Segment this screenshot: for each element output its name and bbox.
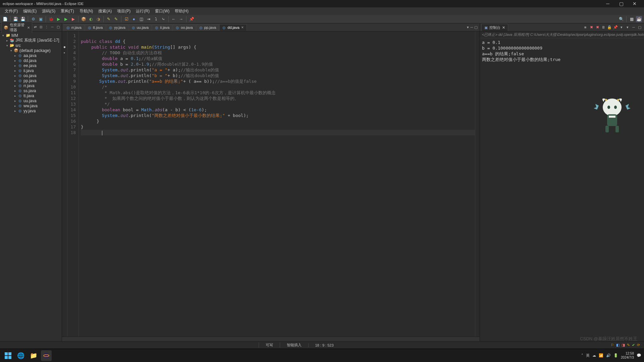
pin-icon[interactable]: 📌 (189, 16, 195, 22)
scroll-lock-icon[interactable]: 🔒 (607, 25, 612, 29)
tree-node[interactable]: ▾📂src (0, 43, 62, 48)
tree-node[interactable]: ▸◎tt.java (0, 93, 62, 98)
explorer-app[interactable]: 📁 (28, 350, 39, 361)
toggle-mark-icon[interactable]: ☑ (123, 16, 129, 22)
wifi-icon[interactable]: 📶 (599, 353, 603, 358)
save-icon[interactable]: 💾 (12, 16, 18, 22)
status-icon[interactable]: ◨ (622, 343, 625, 347)
step-into-icon[interactable]: ⤷ (160, 16, 166, 22)
java-perspective-icon[interactable]: ☕ (636, 16, 642, 22)
editor-menu-icon[interactable]: ▾ (467, 25, 469, 29)
editor-tab[interactable]: ◎rr.java (63, 24, 85, 31)
editor-tab[interactable]: ◎uu.java (129, 24, 152, 31)
ime-icon[interactable]: 英 (586, 353, 590, 358)
maximize-c-icon[interactable]: ▢ (637, 25, 642, 29)
clear-icon[interactable]: 🗎 (601, 25, 606, 29)
menu-item[interactable]: 运行(R) (133, 8, 152, 14)
step-over-icon[interactable]: ⤵ (153, 16, 159, 22)
minimize-c-icon[interactable]: ─ (631, 25, 636, 29)
terminate-icon[interactable]: ■ (583, 25, 588, 29)
minimize-button[interactable]: ─ (601, 1, 614, 6)
taskbar-clock[interactable]: 12:58 2024/7/3 (621, 352, 634, 360)
tree-node[interactable]: ▾📦(default package) (0, 48, 62, 53)
display-icon[interactable]: ▾ (619, 25, 624, 29)
battery-icon[interactable]: 🔋 (613, 353, 618, 358)
new-interface-icon[interactable]: ◑ (95, 16, 101, 22)
tree-node[interactable]: ▸◎uu.java (0, 98, 62, 103)
console-tab[interactable]: ▣ 控制台 ✕ (481, 24, 508, 31)
view-menu-icon[interactable]: ⋮ (44, 25, 49, 30)
close-icon[interactable]: ✕ (502, 25, 505, 30)
new-class-icon[interactable]: ◐ (88, 16, 94, 22)
coverage-icon[interactable]: ▶ (63, 16, 69, 22)
code-content[interactable]: public class dd { public static void mai… (79, 32, 475, 337)
status-update-icon[interactable]: ⟳ (637, 343, 640, 347)
breakpoint-icon[interactable]: ● (131, 16, 137, 22)
maximize-view-icon[interactable]: ▢ (56, 25, 60, 30)
menu-item[interactable]: 文件(F) (2, 8, 20, 14)
back-icon[interactable]: ← (171, 16, 177, 22)
search-icon[interactable]: ✎ (113, 16, 119, 22)
tree-node[interactable]: ▸◎dd.java (0, 58, 62, 63)
editor-tab[interactable]: ◎ii.java (152, 24, 172, 31)
tree-node[interactable]: ▸◎pp.java (0, 78, 62, 83)
new-package-icon[interactable]: 📦 (80, 16, 87, 22)
tree-node[interactable]: ▸◎ss.java (0, 88, 62, 93)
notifications-icon[interactable]: 💬 (637, 353, 641, 358)
tool-icon[interactable]: ▣ (38, 16, 44, 22)
perspective-icon[interactable]: ▦ (629, 16, 635, 22)
menu-item[interactable]: 导航(N) (77, 8, 96, 14)
search-global-icon[interactable]: 🔍 (618, 16, 624, 22)
maximize-button[interactable]: ▢ (614, 1, 628, 6)
run-icon[interactable]: ▶ (55, 16, 61, 22)
minimize-view-icon[interactable]: ─ (50, 25, 55, 30)
open-console-icon[interactable]: ▾ (625, 25, 630, 29)
edge-app[interactable]: 🌐 (15, 350, 26, 361)
editor-tab[interactable]: ◎yy.java (106, 24, 128, 31)
tool-icon[interactable]: ⚙ (30, 16, 36, 22)
tree-node[interactable]: ▸◎yy.java (0, 108, 62, 113)
system-tray[interactable]: ˄ 英 ☁ 📶 🔊 🔋 12:58 2024/7/3 💬 (581, 352, 641, 360)
menu-item[interactable]: 帮助(H) (172, 8, 191, 14)
tray-chevron-icon[interactable]: ˄ (581, 353, 583, 358)
editor-tab[interactable]: ◎tt.java (85, 24, 106, 31)
menu-item[interactable]: 源码(S) (39, 8, 58, 14)
status-icon[interactable]: ⚐ (611, 343, 614, 347)
status-icon[interactable]: ◧ (616, 343, 620, 347)
debug-icon[interactable]: 🐞 (48, 16, 54, 22)
new-icon[interactable]: 📄 (2, 16, 8, 22)
save-all-icon[interactable]: 💾 (20, 16, 26, 22)
menu-item[interactable]: 窗口(W) (152, 8, 172, 14)
status-icon[interactable]: ✎ (627, 343, 630, 347)
menu-item[interactable]: 搜索(A) (96, 8, 114, 14)
link-icon[interactable]: ⇄ (33, 25, 38, 30)
editor-tab[interactable]: ◎oo.java (173, 24, 196, 31)
tree-node[interactable]: ▸📚JRE 系统库 [JavaSE-17] (0, 38, 62, 43)
forward-icon[interactable]: → (178, 16, 184, 22)
close-icon[interactable]: ✕ (27, 26, 30, 29)
editor-tab[interactable]: ◎dd.java✕ (219, 24, 247, 31)
horizontal-scrollbar[interactable] (62, 337, 480, 341)
tree-node[interactable]: ▸◎ee.java (0, 63, 62, 68)
tree-node[interactable]: ▾📁MM (0, 33, 62, 38)
minimize-editor-icon[interactable]: ─ (470, 25, 473, 29)
skip-icon[interactable]: ◫ (138, 16, 144, 22)
remove-all-icon[interactable]: ✖ (595, 25, 600, 29)
remove-icon[interactable]: ✖ (589, 25, 594, 29)
tree-node[interactable]: ▸◎ww.java (0, 103, 62, 108)
step-icon[interactable]: ⇥ (146, 16, 152, 22)
start-button[interactable] (3, 350, 13, 361)
editor-tab[interactable]: ◎pp.java (196, 24, 219, 31)
tree-node[interactable]: ▸◎aa.java (0, 53, 62, 58)
menu-item[interactable]: 重构(T) (58, 8, 76, 14)
eclipse-app[interactable] (41, 350, 52, 361)
close-button[interactable]: ✕ (628, 1, 641, 6)
status-icon[interactable]: ✔ (632, 343, 635, 347)
pin-console-icon[interactable]: 📌 (613, 25, 618, 29)
menu-item[interactable]: 编辑(E) (20, 8, 39, 14)
open-type-icon[interactable]: ✎ (106, 16, 112, 22)
tree-node[interactable]: ▸◎ii.java (0, 68, 62, 73)
code-editor[interactable]: ●▸ 123456789101112131415161718 public cl… (62, 32, 480, 337)
collapse-icon[interactable]: ⊟ (39, 25, 43, 30)
volume-icon[interactable]: 🔊 (606, 353, 611, 358)
